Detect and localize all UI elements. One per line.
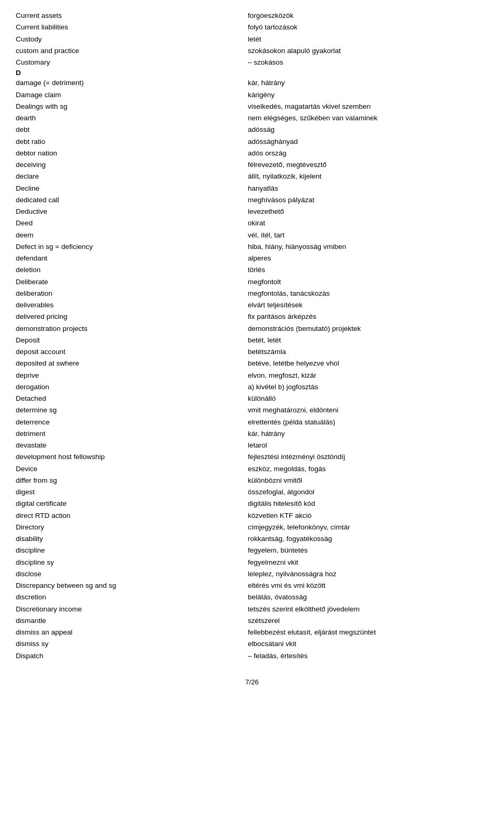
term-entry: dismantle (16, 616, 237, 626)
term-entry: damage (= detriment) (16, 78, 237, 88)
translation-text: eszköz, megoldás, fogás (248, 464, 326, 474)
translation-entry: forgóeszközök (248, 11, 488, 21)
translation-entry: rokkantság, fogyatékosság (248, 534, 488, 544)
term-entry: determine sg (16, 405, 237, 415)
term-text: deposited at swhere (16, 358, 79, 369)
translation-text: elvárt teljesítések (248, 300, 302, 310)
term-text: discipline (16, 545, 45, 556)
term-text: defendant (16, 253, 47, 264)
term-entry: delivered pricing (16, 311, 237, 322)
term-entry: Current liabilities (16, 22, 237, 33)
translation-entry: szokásokon alapuló gyakorlat (248, 46, 488, 56)
term-entry: devastate (16, 440, 237, 451)
term-text: Customary (16, 57, 50, 68)
translation-text: kár, hátrány (248, 429, 285, 439)
translation-text: elvon, megfoszt, kizár (248, 370, 317, 381)
term-text: debtor nation (16, 148, 57, 159)
translation-text: elrettentés (példa statuálás) (248, 417, 335, 428)
translation-entry: eszköz, megoldás, fogás (248, 464, 488, 474)
term-entry: direct RTD action (16, 511, 237, 521)
translation-entry: a) kivétel b) jogfosztás (248, 382, 488, 392)
translation-text: fegyelem, büntetés (248, 545, 308, 556)
translation-entry: eltérés vmi és vmi között (248, 580, 488, 591)
term-text: deprive (16, 370, 39, 381)
translation-text: rokkantság, fogyatékosság (248, 534, 332, 544)
term-text: Damage claim (16, 90, 61, 100)
translation-entry: kár, hátrány (248, 78, 488, 88)
translation-text: adós ország (248, 148, 287, 159)
term-text: Custody (16, 34, 42, 45)
term-entry: deterrence (16, 417, 237, 428)
term-entry: deceiving (16, 160, 237, 170)
translation-entry: betét, letét (248, 335, 488, 346)
term-entry: Directory (16, 522, 237, 533)
term-entry: deposit account (16, 347, 237, 357)
term-text: differ from sg (16, 475, 57, 486)
term-entry: Device (16, 464, 237, 474)
term-entry: Customary (16, 57, 237, 68)
translation-text: vmit meghatározni, eldönteni (248, 405, 339, 415)
term-entry: Current assets (16, 11, 237, 21)
translation-text: címjegyzék, telefonkönyv, címtár (248, 522, 350, 533)
term-text: demonstration projects (16, 324, 88, 334)
translation-text: demonstrációs (bemutató) projektek (248, 324, 361, 334)
translation-entry: okirat (248, 218, 488, 228)
term-text: Dealings with sg (16, 101, 67, 112)
translation-text: alperes (248, 253, 271, 264)
translation-entry: fejlesztési intézményi ösztöndíj (248, 452, 488, 462)
term-text: discipline sy (16, 557, 54, 568)
term-entry: discipline (16, 545, 237, 556)
translation-entry: elvárt teljesítések (248, 300, 488, 310)
term-text: derogation (16, 382, 49, 392)
term-text: digest (16, 487, 35, 497)
translation-text: közvetlen KTF akció (248, 511, 312, 521)
term-text: Defect in sg = deficiency (16, 242, 93, 252)
translation-text: különbözni vmitől (248, 475, 302, 486)
translation-text: betéve, letétbe helyezve vhol (248, 358, 339, 369)
section-header-right (248, 69, 488, 77)
translation-entry: hiba, hiány, hiányosság vmiben (248, 242, 488, 252)
translation-text: megfontolt (248, 277, 281, 287)
term-entry: deposited at swhere (16, 358, 237, 369)
term-text: Device (16, 464, 37, 474)
translation-entry: viselkedés, magatartás vkivel szemben (248, 101, 488, 112)
term-entry: declare (16, 171, 237, 182)
translation-entry: leleplez, nyilvánosságra hoz (248, 569, 488, 579)
term-entry: digital certificate (16, 498, 237, 509)
term-text: debt (16, 124, 29, 135)
section-header: D (16, 69, 237, 77)
term-text: debt ratio (16, 137, 45, 147)
term-entry: discipline sy (16, 557, 237, 568)
translation-text: betétszámla (248, 347, 286, 357)
term-text: Dispatch (16, 651, 44, 661)
term-text: Deliberate (16, 277, 48, 287)
translation-entry: állít, nyilatkozik, kijelent (248, 171, 488, 182)
term-entry: derogation (16, 382, 237, 392)
term-text: Detached (16, 393, 46, 404)
translation-entry: belátás, óvatosság (248, 592, 488, 602)
translation-entry: címjegyzék, telefonkönyv, címtár (248, 522, 488, 533)
page-footer: 7/26 (16, 678, 488, 686)
translation-entry: törlés (248, 265, 488, 275)
term-entry: Damage claim (16, 90, 237, 100)
term-entry: Defect in sg = deficiency (16, 242, 237, 252)
term-text: discretion (16, 592, 46, 602)
translation-entry: kár, hátrány (248, 429, 488, 439)
term-text: Current liabilities (16, 22, 68, 33)
term-entry: disclose (16, 569, 237, 579)
translation-entry: – szokásos (248, 57, 488, 68)
translation-text: megfontolás, tanácskozás (248, 288, 330, 299)
left-column: Current assetsCurrent liabilitiesCustody… (16, 11, 243, 662)
translation-entry: meghívásos pályázat (248, 195, 488, 205)
term-entry: digest (16, 487, 237, 497)
term-text: dismantle (16, 616, 46, 626)
term-text: deliverables (16, 300, 54, 310)
translation-text: félrevezető, megtévesztő (248, 160, 327, 170)
term-text: declare (16, 171, 39, 182)
term-text: dismiss an appeal (16, 627, 72, 638)
translation-entry: alperes (248, 253, 488, 264)
term-text: Deposit (16, 335, 40, 346)
translation-text: adóssághányad (248, 137, 298, 147)
translation-entry: tetszés szerint elkölthető jövedelem (248, 604, 488, 615)
translation-entry: fegyelem, büntetés (248, 545, 488, 556)
